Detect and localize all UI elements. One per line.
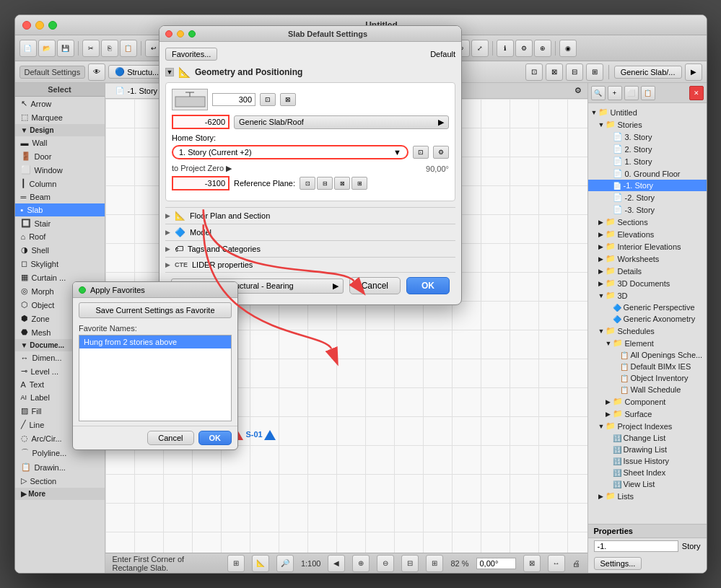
tree-item-3ddoc[interactable]: ▶ 📁 3D Documents: [588, 277, 707, 289]
tree-item-element[interactable]: ▼ 📁 Element: [588, 337, 707, 349]
settings-btn[interactable]: ⚙: [515, 40, 533, 57]
tree-item-worksheets[interactable]: ▶ 📁 Worksheets: [588, 253, 707, 265]
tb2-more-btn[interactable]: ▶: [685, 63, 702, 81]
more-section[interactable]: ▶ More: [15, 488, 105, 500]
tags-section[interactable]: ▶ 🏷 Tags and Categories: [165, 240, 455, 257]
tree-item-lists[interactable]: ▶ 📁 Lists: [588, 490, 707, 502]
panel-btn4[interactable]: 📋: [641, 86, 655, 100]
tree-item-surface[interactable]: ▶ 📁 Surface: [588, 408, 707, 420]
geom-toggle[interactable]: ▼: [165, 68, 174, 76]
dialog-cancel-btn[interactable]: Cancel: [349, 277, 401, 294]
floor-plan-section[interactable]: ▶ 📐 Floor Plan and Section: [165, 207, 455, 224]
tree-item-sheet-index[interactable]: 🔢 Sheet Index: [588, 467, 707, 478]
tree-item-generic-persp[interactable]: 🔷 Generic Perspective: [588, 302, 707, 313]
tree-item-minus3story[interactable]: 📄 -3. Story: [588, 203, 707, 216]
tb2-align4-btn[interactable]: ⊞: [586, 63, 603, 81]
tree-item-sections[interactable]: ▶ 📁 Sections: [588, 216, 707, 228]
tree-item-all-openings[interactable]: 📋 All Openings Sche...: [588, 349, 707, 361]
material-btn[interactable]: Generic Slab/Roof ▶: [234, 115, 449, 129]
tree-item-schedules[interactable]: ▼ 📁 Schedules: [588, 325, 707, 337]
sidebar-item-column[interactable]: ┃ Column: [15, 177, 105, 190]
story-value-input[interactable]: [594, 540, 678, 552]
sidebar-item-shell[interactable]: ◑ Shell: [15, 243, 105, 257]
sidebar-item-door[interactable]: 🚪 Door: [15, 149, 105, 163]
nav-left-btn[interactable]: ◀: [328, 555, 345, 572]
sidebar-item-wall[interactable]: ▬ Wall: [15, 136, 105, 149]
nav-btn[interactable]: ⊕: [534, 40, 551, 57]
tree-item-drawing-list[interactable]: 🔢 Drawing List: [588, 444, 707, 455]
fav-item-hung[interactable]: Hung from 2 stories above: [79, 335, 231, 348]
panel-btn3[interactable]: ⬜: [624, 86, 639, 100]
tree-item-ground[interactable]: 📄 0. Ground Floor: [588, 167, 707, 180]
tree-item-untitled[interactable]: ▼ 📁 Untitled: [588, 106, 707, 118]
copy-btn[interactable]: ⎘: [101, 40, 118, 57]
thickness-input[interactable]: [212, 93, 255, 106]
zoom-fit-btn[interactable]: ⊟: [401, 555, 419, 572]
zoom-plus-btn[interactable]: ⊕: [352, 555, 370, 572]
tree-item-generic-axon[interactable]: 🔷 Generic Axonometry: [588, 313, 707, 325]
dialog-zoom-btn[interactable]: [188, 30, 196, 38]
cut-btn[interactable]: ✂: [82, 40, 100, 57]
panel-btn1[interactable]: 🔍: [591, 86, 606, 100]
home-story-icon2[interactable]: ⚙: [433, 146, 449, 159]
tree-item-issue-history[interactable]: 🔢 Issue History: [588, 455, 707, 467]
slab-generic-label[interactable]: Generic Slab/...: [614, 66, 682, 79]
home-story-select[interactable]: 1. Story (Current +2) ▼: [172, 145, 408, 159]
maximize-button[interactable]: [48, 21, 57, 30]
tree-item-default-bimx[interactable]: 📋 Default BIMx IES: [588, 361, 707, 372]
new-btn[interactable]: 📄: [19, 40, 37, 57]
paste-btn[interactable]: 📋: [120, 40, 137, 57]
ref-btn1[interactable]: ⊡: [300, 177, 315, 190]
ref-btn4[interactable]: ⊞: [351, 177, 367, 190]
tb2-eye-btn[interactable]: 👁: [88, 63, 105, 81]
sidebar-item-marquee[interactable]: ⬚ Marquee: [15, 110, 105, 124]
coord-btn[interactable]: ↔: [548, 555, 565, 572]
offset-input[interactable]: [172, 115, 230, 129]
minimize-button[interactable]: [35, 21, 44, 30]
tree-item-proj-indexes[interactable]: ▼ 📁 Project Indexes: [588, 420, 707, 432]
sidebar-item-skylight[interactable]: ◻ Skylight: [15, 257, 105, 271]
fav-ok-btn[interactable]: OK: [198, 431, 232, 445]
sidebar-item-arrow[interactable]: ↖ Arrow: [15, 97, 105, 110]
open-btn[interactable]: 📂: [38, 40, 56, 57]
panel-btn2[interactable]: +: [608, 86, 622, 100]
tree-item-minus1story[interactable]: 📄 -1. Story: [588, 180, 707, 191]
tree-item-3story[interactable]: 📄 3. Story: [588, 131, 707, 143]
ref-btn2[interactable]: ⊟: [317, 177, 333, 190]
tree-item-details[interactable]: ▶ 📁 Details: [588, 265, 707, 277]
model-section[interactable]: ▶ 🔷 Model: [165, 224, 455, 240]
sidebar-item-section[interactable]: ▷ Section: [15, 474, 105, 488]
info-btn[interactable]: ℹ: [497, 40, 514, 57]
zoom-sel-btn[interactable]: ⊞: [426, 555, 443, 572]
nav-btn-status[interactable]: ⊠: [523, 555, 541, 572]
panel-close-btn[interactable]: ✕: [689, 86, 704, 100]
tb2-align-btn[interactable]: ⊡: [525, 63, 543, 81]
settings-prop-btn[interactable]: Settings...: [594, 557, 642, 570]
tree-item-component[interactable]: ▶ 📁 Component: [588, 395, 707, 408]
tree-item-interior-elev[interactable]: ▶ 📁 Interior Elevations: [588, 240, 707, 253]
ref-btn3[interactable]: ⊠: [334, 177, 350, 190]
tree-item-2story[interactable]: 📄 2. Story: [588, 143, 707, 155]
sidebar-item-window[interactable]: ⬜ Window: [15, 163, 105, 177]
dialog-close-btn[interactable]: [165, 30, 172, 38]
sidebar-item-stair[interactable]: 🔲 Stair: [15, 216, 105, 230]
tree-item-3d[interactable]: ▼ 📁 3D: [588, 289, 707, 302]
close-button[interactable]: [22, 21, 31, 30]
sidebar-item-drawing[interactable]: 📋 Drawin...: [15, 460, 105, 474]
zoom-minus-btn[interactable]: ⊖: [377, 555, 394, 572]
tree-item-change-list[interactable]: 🔢 Change List: [588, 432, 707, 444]
plan-status-btn[interactable]: 📐: [252, 555, 269, 572]
home-story-icon1[interactable]: ⊡: [413, 146, 429, 159]
geom-icon-btn1[interactable]: ⊡: [260, 93, 276, 106]
view-settings-btn[interactable]: ⚙: [569, 83, 587, 98]
zoom-out-status-btn[interactable]: 🔎: [276, 555, 294, 572]
tree-item-elevations[interactable]: ▶ 📁 Elevations: [588, 228, 707, 240]
sidebar-item-roof[interactable]: ⌂ Roof: [15, 230, 105, 243]
tree-item-view-list[interactable]: 🔢 View List: [588, 478, 707, 490]
tb2-align3-btn[interactable]: ⊟: [566, 63, 583, 81]
lider-section[interactable]: ▶ CTE LIDER properties: [165, 257, 455, 272]
tree-item-minus2story[interactable]: 📄 -2. Story: [588, 191, 707, 203]
dialog-minimize-btn[interactable]: [177, 30, 184, 38]
layers-status-btn[interactable]: ⊞: [227, 555, 245, 572]
tree-item-object-inv[interactable]: 📋 Object Inventory: [588, 372, 707, 384]
